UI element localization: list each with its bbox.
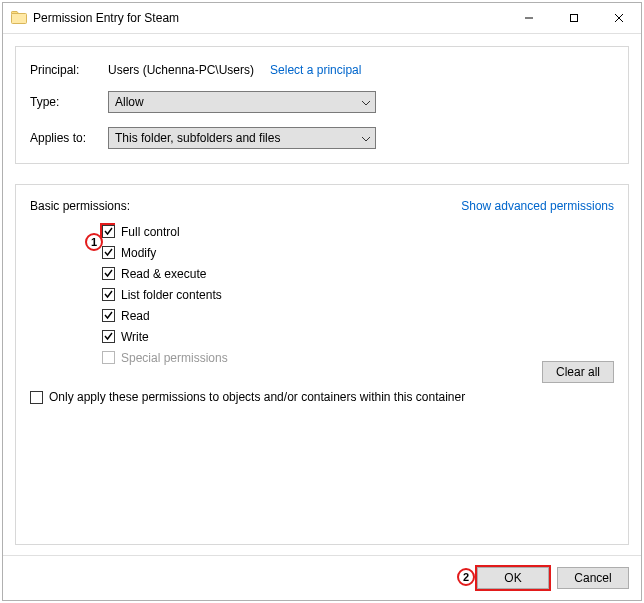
show-advanced-permissions-link[interactable]: Show advanced permissions bbox=[461, 199, 614, 213]
permissions-list: 1 Full control Modify bbox=[102, 221, 614, 368]
applies-to-combobox[interactable]: This folder, subfolders and files bbox=[108, 127, 376, 149]
type-combobox[interactable]: Allow bbox=[108, 91, 376, 113]
cancel-button[interactable]: Cancel bbox=[557, 567, 629, 589]
only-apply-label: Only apply these permissions to objects … bbox=[49, 390, 465, 404]
client-area: Principal: Users (Uchenna-PC\Users) Sele… bbox=[3, 34, 641, 555]
perm-label: Read bbox=[121, 309, 150, 323]
permission-row-write: Write bbox=[102, 326, 614, 347]
permission-row-special: Special permissions bbox=[102, 347, 614, 368]
permission-row-read: Read bbox=[102, 305, 614, 326]
window-title: Permission Entry for Steam bbox=[33, 11, 506, 25]
svg-line-3 bbox=[615, 14, 623, 22]
select-principal-link[interactable]: Select a principal bbox=[270, 63, 361, 77]
svg-line-4 bbox=[615, 14, 623, 22]
permission-row-list-folder: List folder contents bbox=[102, 284, 614, 305]
principal-label: Principal: bbox=[30, 63, 108, 77]
close-button[interactable] bbox=[596, 3, 641, 33]
chevron-down-icon bbox=[362, 131, 370, 145]
checkbox-modify[interactable] bbox=[102, 246, 115, 259]
basic-permissions-heading: Basic permissions: bbox=[30, 199, 130, 213]
permission-row-modify: Modify bbox=[102, 242, 614, 263]
perm-label: Full control bbox=[121, 225, 180, 239]
annotation-circle-2: 2 bbox=[457, 568, 475, 586]
principal-value: Users (Uchenna-PC\Users) bbox=[108, 63, 254, 77]
type-value: Allow bbox=[115, 95, 144, 109]
maximize-button[interactable] bbox=[551, 3, 596, 33]
title-bar: Permission Entry for Steam bbox=[3, 3, 641, 34]
window-frame: Permission Entry for Steam Principal: Us… bbox=[2, 2, 642, 601]
applies-to-value: This folder, subfolders and files bbox=[115, 131, 280, 145]
dialog-footer: 2 OK Cancel bbox=[3, 555, 641, 600]
permission-row-read-execute: Read & execute bbox=[102, 263, 614, 284]
checkbox-full-control[interactable] bbox=[102, 225, 115, 238]
svg-rect-0 bbox=[12, 14, 27, 24]
window-controls bbox=[506, 3, 641, 33]
type-label: Type: bbox=[30, 95, 108, 109]
perm-label: Write bbox=[121, 330, 149, 344]
permission-row-full-control: Full control bbox=[102, 221, 614, 242]
principal-panel: Principal: Users (Uchenna-PC\Users) Sele… bbox=[15, 46, 629, 164]
perm-label: List folder contents bbox=[121, 288, 222, 302]
checkbox-special-permissions bbox=[102, 351, 115, 364]
perm-label: Read & execute bbox=[121, 267, 206, 281]
folder-icon bbox=[11, 10, 27, 26]
ok-button[interactable]: OK bbox=[477, 567, 549, 589]
clear-all-button[interactable]: Clear all bbox=[542, 361, 614, 383]
perm-label: Special permissions bbox=[121, 351, 228, 365]
permissions-panel: Basic permissions: Show advanced permiss… bbox=[15, 184, 629, 545]
perm-label: Modify bbox=[121, 246, 156, 260]
checkbox-write[interactable] bbox=[102, 330, 115, 343]
svg-rect-2 bbox=[570, 15, 577, 22]
annotation-circle-1: 1 bbox=[85, 233, 103, 251]
checkbox-read-execute[interactable] bbox=[102, 267, 115, 280]
minimize-button[interactable] bbox=[506, 3, 551, 33]
checkbox-read[interactable] bbox=[102, 309, 115, 322]
applies-to-label: Applies to: bbox=[30, 131, 108, 145]
only-apply-row: Only apply these permissions to objects … bbox=[30, 390, 614, 404]
chevron-down-icon bbox=[362, 95, 370, 109]
checkbox-only-apply[interactable] bbox=[30, 391, 43, 404]
checkbox-list-folder[interactable] bbox=[102, 288, 115, 301]
